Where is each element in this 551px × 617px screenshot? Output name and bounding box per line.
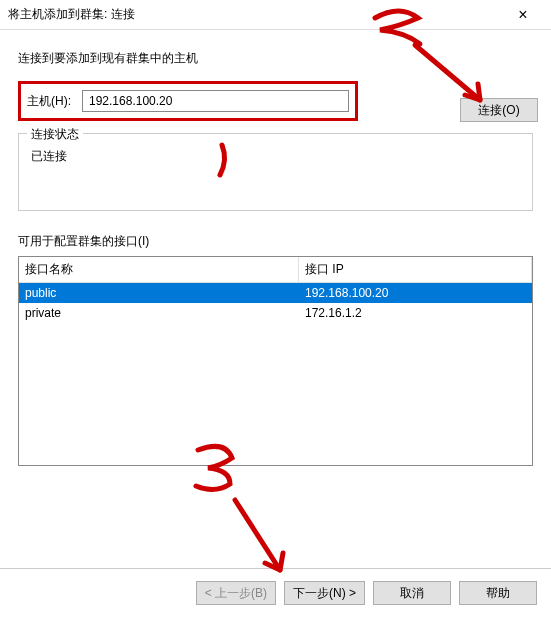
- host-input[interactable]: [82, 90, 349, 112]
- help-button[interactable]: 帮助: [459, 581, 537, 605]
- connect-button[interactable]: 连接(O): [460, 98, 538, 122]
- cancel-button[interactable]: 取消: [373, 581, 451, 605]
- titlebar: 将主机添加到群集: 连接 ×: [0, 0, 551, 30]
- next-button[interactable]: 下一步(N) >: [284, 581, 365, 605]
- window-title: 将主机添加到群集: 连接: [8, 6, 503, 23]
- host-label: 主机(H):: [27, 93, 82, 110]
- host-row: 主机(H):: [18, 81, 358, 121]
- table-row[interactable]: private 172.16.1.2: [19, 303, 532, 323]
- connection-status-legend: 连接状态: [27, 126, 83, 143]
- connection-status-text: 已连接: [29, 144, 522, 169]
- table-row[interactable]: public 192.168.100.20: [19, 283, 532, 303]
- cell-ip: 172.16.1.2: [299, 303, 532, 323]
- column-header-name[interactable]: 接口名称: [19, 257, 299, 282]
- dialog-footer: < 上一步(B) 下一步(N) > 取消 帮助: [0, 568, 551, 617]
- table-header: 接口名称 接口 IP: [19, 257, 532, 283]
- dialog-content: 连接到要添加到现有群集中的主机 主机(H): 连接(O) 连接状态 已连接 可用…: [0, 30, 551, 466]
- back-button: < 上一步(B): [196, 581, 276, 605]
- connection-status-group: 连接状态 已连接: [18, 133, 533, 211]
- description-text: 连接到要添加到现有群集中的主机: [18, 50, 533, 67]
- column-header-ip[interactable]: 接口 IP: [299, 257, 532, 282]
- close-icon[interactable]: ×: [503, 6, 543, 24]
- cell-name: public: [19, 283, 299, 303]
- interfaces-table: 接口名称 接口 IP public 192.168.100.20 private…: [18, 256, 533, 466]
- cell-ip: 192.168.100.20: [299, 283, 532, 303]
- cell-name: private: [19, 303, 299, 323]
- interfaces-label: 可用于配置群集的接口(I): [18, 233, 533, 250]
